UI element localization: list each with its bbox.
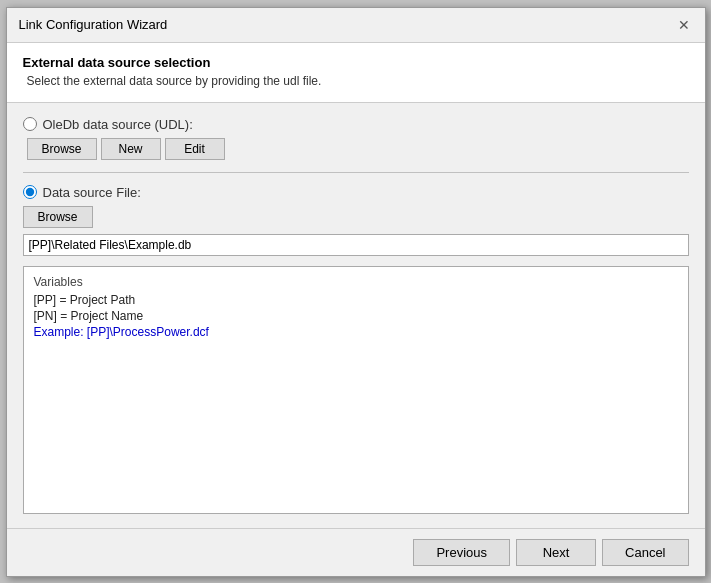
footer: Previous Next Cancel — [7, 528, 705, 576]
datasource-radio-row: Data source File: — [23, 185, 689, 200]
previous-button[interactable]: Previous — [413, 539, 510, 566]
oledb-edit-button[interactable]: Edit — [165, 138, 225, 160]
oledb-button-row: Browse New Edit — [27, 138, 689, 160]
file-path-input[interactable] — [23, 234, 689, 256]
oledb-new-button[interactable]: New — [101, 138, 161, 160]
header-section: External data source selection Select th… — [7, 43, 705, 103]
datasource-label: Data source File: — [43, 185, 141, 200]
dialog-title: Link Configuration Wizard — [19, 17, 168, 32]
cancel-button[interactable]: Cancel — [602, 539, 688, 566]
dialog: Link Configuration Wizard ✕ External dat… — [6, 7, 706, 577]
content-area: OleDb data source (UDL): Browse New Edit… — [7, 103, 705, 528]
divider — [23, 172, 689, 173]
oledb-label: OleDb data source (UDL): — [43, 117, 193, 132]
info-title: Variables — [34, 275, 678, 289]
oledb-radio-row: OleDb data source (UDL): — [23, 117, 689, 132]
title-bar: Link Configuration Wizard ✕ — [7, 8, 705, 43]
oledb-browse-button[interactable]: Browse — [27, 138, 97, 160]
info-box: Variables [PP] = Project Path [PN] = Pro… — [23, 266, 689, 514]
header-title: External data source selection — [23, 55, 689, 70]
next-button[interactable]: Next — [516, 539, 596, 566]
oledb-section: OleDb data source (UDL): Browse New Edit — [23, 117, 689, 160]
oledb-radio[interactable] — [23, 117, 37, 131]
close-button[interactable]: ✕ — [675, 16, 693, 34]
info-example: Example: [PP]\ProcessPower.dcf — [34, 325, 678, 339]
datasource-section: Data source File: Browse — [23, 185, 689, 256]
datasource-browse-button[interactable]: Browse — [23, 206, 93, 228]
info-line-2: [PN] = Project Name — [34, 309, 678, 323]
header-subtitle: Select the external data source by provi… — [23, 74, 689, 88]
info-line-1: [PP] = Project Path — [34, 293, 678, 307]
datasource-radio[interactable] — [23, 185, 37, 199]
